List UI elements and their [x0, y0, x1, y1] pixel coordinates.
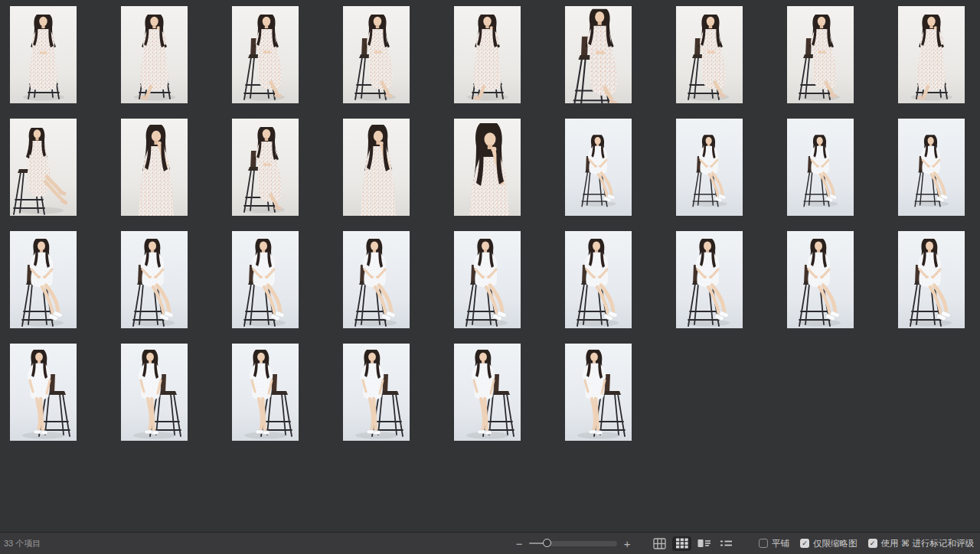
- photo-image: [676, 231, 743, 328]
- thumbnails-view-icon: [676, 538, 688, 549]
- toggle-group: 平铺✓仅限缩略图✓使用 ⌘ 进行标记和评级: [748, 538, 974, 549]
- status-bar: 33 个项目 − + 平铺✓仅限缩略图✓使用 ⌘ 进行标记和评级: [0, 532, 980, 554]
- photo-thumbnail[interactable]: [343, 6, 410, 103]
- photo-image: [565, 6, 632, 103]
- photo-thumbnail[interactable]: [121, 6, 188, 103]
- photo-thumbnail[interactable]: [121, 231, 188, 328]
- photo-image: [676, 119, 743, 216]
- zoom-out-button[interactable]: −: [513, 538, 525, 549]
- item-count: 33 个项目: [4, 538, 41, 549]
- photo-image: [454, 6, 521, 103]
- photo-image: [232, 344, 299, 441]
- thumbnail-size-slider[interactable]: [529, 538, 617, 549]
- photo-image: [121, 231, 188, 328]
- checkbox-cmd-tag-rate-checked[interactable]: ✓: [868, 539, 877, 548]
- photo-image: [565, 231, 632, 328]
- photo-image: [232, 231, 299, 328]
- zoom-in-button[interactable]: +: [621, 538, 633, 549]
- photo-image: [787, 231, 854, 328]
- thumbnails-view-button[interactable]: [672, 536, 691, 551]
- view-mode-switcher: [647, 536, 736, 551]
- slider-track: [547, 541, 617, 546]
- photo-thumbnail[interactable]: [898, 119, 965, 216]
- photo-image: [454, 231, 521, 328]
- checkbox-tile-unchecked[interactable]: [759, 539, 768, 548]
- toggle-label: 使用 ⌘ 进行标记和评级: [881, 538, 974, 549]
- photo-thumbnail[interactable]: [676, 231, 743, 328]
- gallery-area: [0, 0, 980, 532]
- photo-thumbnail[interactable]: [787, 119, 854, 216]
- photo-image: [10, 231, 77, 328]
- photo-image: [454, 344, 521, 441]
- toggle-label: 平铺: [772, 538, 789, 549]
- toggle-tile[interactable]: 平铺: [759, 538, 789, 549]
- slider-thumb[interactable]: [543, 539, 551, 547]
- photo-image: [898, 6, 965, 103]
- photo-thumbnail[interactable]: [121, 344, 188, 441]
- photo-thumbnail[interactable]: [10, 344, 77, 441]
- photo-image: [343, 6, 410, 103]
- photo-browser-window: 33 个项目 − + 平铺✓仅限缩略图✓使用 ⌘ 进行标记和评级: [0, 0, 980, 554]
- checkbox-thumbnails-only-checked[interactable]: ✓: [800, 539, 809, 548]
- toggle-thumbnails-only[interactable]: ✓仅限缩略图: [800, 538, 858, 549]
- photo-image: [10, 119, 77, 216]
- grid-view-button[interactable]: [650, 536, 669, 551]
- status-bar-controls: − + 平铺✓仅限缩略图✓使用 ⌘ 进行标记和评级: [513, 536, 974, 551]
- photo-thumbnail[interactable]: [232, 6, 299, 103]
- photo-image: [232, 119, 299, 216]
- photo-thumbnail[interactable]: [343, 344, 410, 441]
- photo-thumbnail[interactable]: [787, 231, 854, 328]
- photo-thumbnail[interactable]: [10, 119, 77, 216]
- photo-image: [565, 344, 632, 441]
- photo-thumbnail[interactable]: [676, 6, 743, 103]
- photo-thumbnail[interactable]: [343, 231, 410, 328]
- photo-thumbnail[interactable]: [10, 231, 77, 328]
- photo-image: [10, 6, 77, 103]
- photo-thumbnail[interactable]: [454, 119, 521, 216]
- content-view-button[interactable]: [694, 536, 714, 551]
- toggle-label: 仅限缩略图: [813, 538, 858, 549]
- photo-image: [898, 119, 965, 216]
- photo-thumbnail[interactable]: [565, 119, 632, 216]
- photo-image: [343, 119, 410, 216]
- photo-thumbnail[interactable]: [232, 344, 299, 441]
- photo-image: [121, 6, 188, 103]
- photo-thumbnail[interactable]: [898, 6, 965, 103]
- photo-thumbnail[interactable]: [787, 6, 854, 103]
- photo-image: [454, 119, 521, 216]
- photo-image: [232, 6, 299, 103]
- list-view-icon: [720, 539, 732, 548]
- photo-image: [343, 231, 410, 328]
- photo-image: [121, 344, 188, 441]
- photo-thumbnail[interactable]: [10, 6, 77, 103]
- thumbnail-grid: [0, 0, 980, 441]
- content-view-icon: [697, 539, 711, 548]
- photo-thumbnail[interactable]: [454, 231, 521, 328]
- photo-image: [343, 344, 410, 441]
- grid-view-icon: [653, 538, 666, 549]
- photo-image: [121, 119, 188, 216]
- toggle-cmd-tag-rate[interactable]: ✓使用 ⌘ 进行标记和评级: [868, 538, 974, 549]
- photo-image: [676, 6, 743, 103]
- photo-image: [898, 231, 965, 328]
- photo-thumbnail[interactable]: [565, 231, 632, 328]
- photo-thumbnail[interactable]: [454, 344, 521, 441]
- photo-thumbnail[interactable]: [454, 6, 521, 103]
- photo-image: [565, 119, 632, 216]
- photo-image: [787, 119, 854, 216]
- photo-thumbnail[interactable]: [676, 119, 743, 216]
- photo-thumbnail[interactable]: [121, 119, 188, 216]
- photo-thumbnail[interactable]: [898, 231, 965, 328]
- photo-thumbnail[interactable]: [232, 231, 299, 328]
- photo-thumbnail[interactable]: [565, 344, 632, 441]
- photo-image: [787, 6, 854, 103]
- photo-thumbnail[interactable]: [232, 119, 299, 216]
- photo-thumbnail[interactable]: [343, 119, 410, 216]
- photo-thumbnail[interactable]: [565, 6, 632, 103]
- list-view-button[interactable]: [717, 536, 736, 551]
- photo-image: [10, 344, 77, 441]
